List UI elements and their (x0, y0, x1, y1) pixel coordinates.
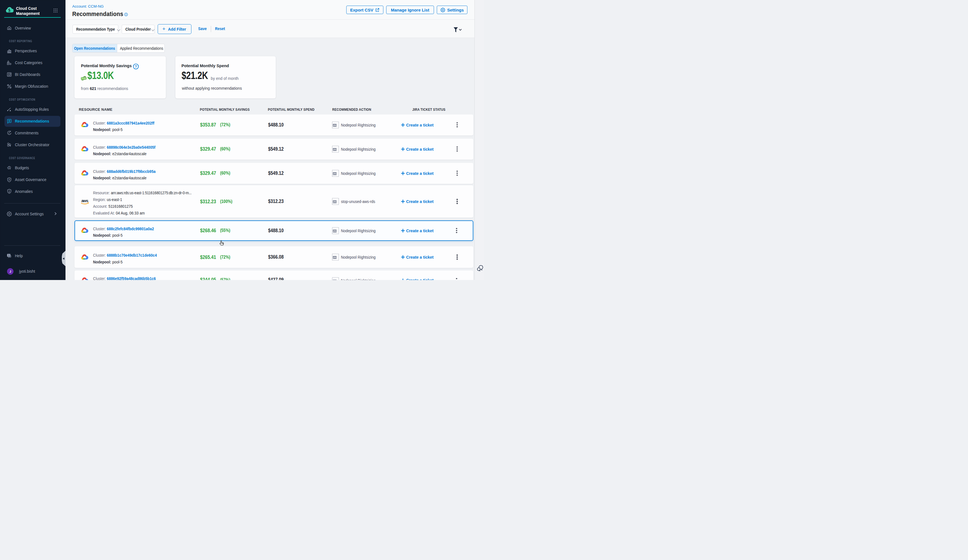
svg-text:?: ? (135, 65, 137, 69)
svg-text:$: $ (8, 8, 10, 13)
svg-text:?: ? (8, 254, 9, 257)
svg-text:$: $ (8, 178, 10, 181)
svg-text:aws: aws (81, 199, 88, 203)
svg-text:$: $ (9, 166, 10, 169)
